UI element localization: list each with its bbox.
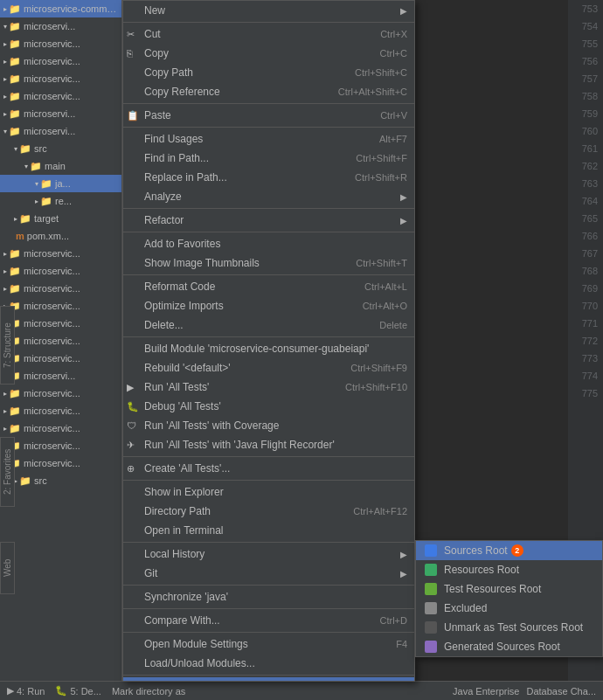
menu-item[interactable]: Add to Favorites bbox=[123, 234, 414, 253]
line-number: 765 bbox=[582, 210, 598, 227]
menu-item[interactable]: 🛡Run 'All Tests' with Coverage bbox=[123, 416, 414, 435]
tree-arrow: ▸ bbox=[3, 250, 7, 258]
menu-item[interactable]: Analyze▶ bbox=[123, 187, 414, 206]
java-enterprise-tab[interactable]: Java Enterprise bbox=[453, 686, 519, 697]
menu-shortcut: Ctrl+Alt+O bbox=[363, 301, 407, 311]
tree-arrow: ▾ bbox=[35, 180, 38, 188]
structure-side-tab[interactable]: 7: Structure bbox=[0, 306, 15, 385]
menu-item[interactable]: Copy PathCtrl+Shift+C bbox=[123, 63, 414, 82]
tree-item[interactable]: ▸📁microservic... bbox=[0, 280, 121, 297]
tree-item[interactable]: ▸📁microservic... bbox=[0, 350, 121, 367]
menu-item-label: Find Usages bbox=[144, 133, 203, 145]
tree-item[interactable]: ▸📁microservic... bbox=[0, 70, 121, 87]
menu-separator bbox=[123, 542, 414, 543]
menu-item[interactable]: Delete...Delete bbox=[123, 315, 414, 335]
menu-item[interactable]: Find UsagesAlt+F7 bbox=[123, 129, 414, 149]
tree-item[interactable]: ▸📁microservic... bbox=[0, 332, 121, 350]
menu-item[interactable]: Find in Path...Ctrl+Shift+F bbox=[123, 149, 414, 168]
tree-item[interactable]: ▸📁microservic... bbox=[0, 297, 121, 315]
menu-item[interactable]: Local History▶ bbox=[123, 544, 414, 564]
context-menu: New▶✂CutCtrl+X⎘CopyCtrl+CCopy PathCtrl+S… bbox=[122, 0, 415, 682]
tree-item[interactable]: ▸📁microservice-common-storm bbox=[0, 0, 121, 17]
tree-item[interactable]: ▸📁microservic... bbox=[0, 87, 121, 105]
tree-item[interactable]: ▸📁microservi... bbox=[0, 367, 121, 385]
submenu-item[interactable]: Resources Root bbox=[416, 560, 602, 579]
menu-item[interactable]: ⎘CopyCtrl+C bbox=[123, 44, 414, 63]
menu-item[interactable]: New▶ bbox=[123, 1, 414, 20]
menu-item-icon: 📋 bbox=[127, 110, 139, 121]
submenu-item[interactable]: Generated Sources Root bbox=[416, 637, 602, 656]
menu-item[interactable]: Synchronize 'java' bbox=[123, 587, 414, 606]
tree-item[interactable]: ▸📁microservic... bbox=[0, 437, 121, 454]
tree-item[interactable]: ▸📁src bbox=[0, 472, 121, 489]
menu-item-label: Git bbox=[144, 567, 157, 579]
tree-item[interactable]: ▾📁main bbox=[0, 157, 121, 175]
run-tab[interactable]: ▶ 4: Run bbox=[7, 685, 45, 697]
menu-shortcut: Ctrl+Shift+F bbox=[356, 153, 407, 163]
tree-label: src bbox=[34, 475, 47, 486]
menu-item[interactable]: Reformat CodeCtrl+Alt+L bbox=[123, 277, 414, 296]
menu-item[interactable]: Build Module 'microservice-consumer-guab… bbox=[123, 339, 414, 358]
tree-arrow: ▸ bbox=[3, 93, 7, 100]
tree-item[interactable]: mpom.xm... bbox=[0, 227, 121, 245]
tree-item[interactable]: ▾📁microservic... bbox=[0, 454, 121, 472]
menu-item[interactable]: Show in Explorer bbox=[123, 482, 414, 502]
menu-item[interactable]: Load/Unload Modules... bbox=[123, 654, 414, 673]
web-side-tab[interactable]: Web bbox=[0, 542, 15, 594]
tree-label: microservic... bbox=[24, 458, 80, 468]
debug-tab[interactable]: 🐛 5: De... bbox=[55, 685, 100, 697]
tree-item[interactable]: ▸📁microservic... bbox=[0, 35, 121, 52]
favorites-side-tab[interactable]: 2: Favorites bbox=[0, 437, 15, 507]
tree-item[interactable]: ▾📁src bbox=[0, 140, 121, 157]
tree-item[interactable]: ▸📁microservic... bbox=[0, 262, 121, 280]
folder-icon: 📁 bbox=[9, 126, 21, 137]
submenu-item-icon bbox=[423, 563, 439, 577]
menu-item[interactable]: Optimize ImportsCtrl+Alt+O bbox=[123, 296, 414, 315]
tree-item[interactable]: ▸📁microservic... bbox=[0, 402, 121, 419]
menu-item-label: Build Module 'microservice-consumer-guab… bbox=[144, 343, 369, 355]
tree-item[interactable]: ▸📁target bbox=[0, 210, 121, 227]
submenu-item[interactable]: Test Resources Root bbox=[416, 579, 602, 599]
menu-separator bbox=[123, 232, 414, 232]
menu-item[interactable]: ▶Run 'All Tests'Ctrl+Shift+F10 bbox=[123, 378, 414, 397]
folder-icon: 📁 bbox=[9, 38, 21, 50]
tree-item[interactable]: ▸📁microservic... bbox=[0, 52, 121, 70]
menu-item[interactable]: Git▶ bbox=[123, 564, 414, 583]
tree-item[interactable]: ▸📁microservi... bbox=[0, 105, 121, 122]
menu-item[interactable]: Rebuild '<default>'Ctrl+Shift+F9 bbox=[123, 358, 414, 378]
menu-item[interactable]: Copy ReferenceCtrl+Alt+Shift+C bbox=[123, 82, 414, 101]
menu-item[interactable]: 🐛Debug 'All Tests' bbox=[123, 397, 414, 416]
tree-item[interactable]: ▸📁microservic... bbox=[0, 419, 121, 437]
line-number: 753 bbox=[582, 0, 598, 17]
database-tab[interactable]: Database Cha... bbox=[527, 686, 597, 697]
line-number: 775 bbox=[582, 385, 598, 402]
menu-item[interactable]: Open Module SettingsF4 bbox=[123, 634, 414, 654]
menu-item[interactable]: Compare With...Ctrl+D bbox=[123, 611, 414, 630]
menu-item[interactable]: Open in Terminal bbox=[123, 521, 414, 540]
submenu-item[interactable]: Unmark as Test Sources Root bbox=[416, 618, 602, 637]
submenu-item[interactable]: Sources Root2 bbox=[416, 541, 602, 560]
menu-item[interactable]: Replace in Path...Ctrl+Shift+R bbox=[123, 168, 414, 187]
menu-item[interactable]: ✂CutCtrl+X bbox=[123, 24, 414, 44]
menu-item[interactable]: Refactor▶ bbox=[123, 211, 414, 230]
tree-item[interactable]: ▸📁microservic... bbox=[0, 385, 121, 402]
menu-item[interactable]: 📋PasteCtrl+V bbox=[123, 106, 414, 125]
menu-item[interactable]: Directory PathCtrl+Alt+F12 bbox=[123, 502, 414, 521]
folder-icon: 📁 bbox=[9, 108, 21, 120]
tree-item[interactable]: ▸📁re... bbox=[0, 192, 121, 210]
menu-item-label: Delete... bbox=[144, 319, 184, 331]
menu-item[interactable]: Mark Directory as2▶ bbox=[123, 677, 414, 682]
menu-item[interactable]: ⊕Create 'All Tests'... bbox=[123, 459, 414, 478]
tree-item[interactable]: ▾📁microservi... bbox=[0, 17, 121, 35]
folder-icon: 📁 bbox=[9, 388, 21, 399]
line-number: 770 bbox=[582, 297, 598, 315]
menu-item[interactable]: Show Image ThumbnailsCtrl+Shift+T bbox=[123, 253, 414, 273]
menu-item-label: Show in Explorer bbox=[144, 486, 224, 498]
menu-item-label: Run 'All Tests' with Coverage bbox=[144, 419, 279, 432]
menu-item[interactable]: ✈Run 'All Tests' with 'Java Flight Recor… bbox=[123, 435, 414, 454]
tree-item[interactable]: ▸📁microservic... bbox=[0, 245, 121, 262]
tree-item[interactable]: ▾📁microservi... bbox=[0, 122, 121, 140]
tree-item[interactable]: ▸📁microservic... bbox=[0, 315, 121, 332]
tree-item[interactable]: ▾📁ja... bbox=[0, 175, 121, 192]
submenu-item[interactable]: Excluded bbox=[416, 599, 602, 618]
